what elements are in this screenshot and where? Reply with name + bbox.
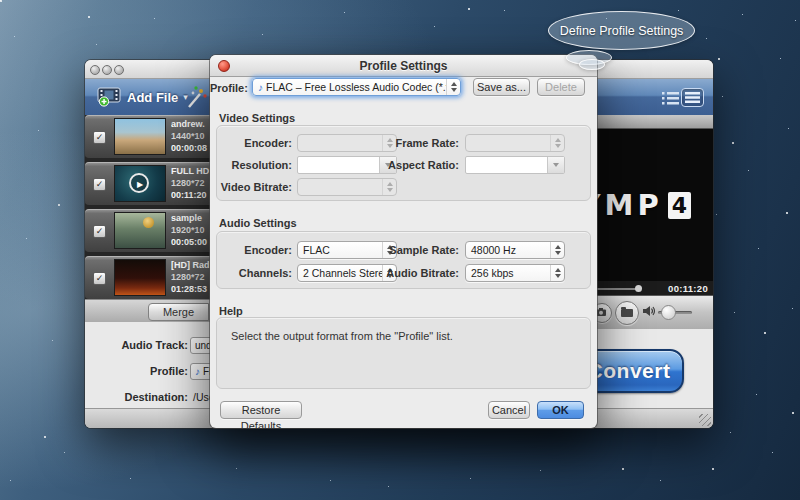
- window-minimize-button[interactable]: [102, 65, 112, 75]
- video-bitrate-popup[interactable]: [297, 178, 397, 196]
- video-thumbnail: [114, 212, 166, 249]
- anymp4-logo-badge: 4: [668, 192, 691, 219]
- channels-label: Channels:: [217, 267, 292, 279]
- restore-defaults-button[interactable]: Restore Defaults: [220, 401, 302, 419]
- video-thumbnail: ▶: [114, 165, 166, 202]
- audio-bitrate-popup[interactable]: 256 kbps: [465, 264, 565, 282]
- profile-settings-dialog: Profile Settings Profile: ♪ FLAC – Free …: [210, 55, 597, 428]
- stars-decoration: [0, 0, 2, 2]
- detail-view-icon[interactable]: [662, 92, 679, 105]
- frame-rate-popup[interactable]: [465, 134, 565, 152]
- folder-icon: [621, 309, 633, 317]
- open-folder-button[interactable]: [615, 301, 639, 325]
- video-thumbnail: [114, 259, 166, 296]
- resolution-label: Resolution:: [217, 159, 292, 171]
- speaker-icon[interactable]: [642, 304, 656, 318]
- audio-settings-title: Audio Settings: [219, 217, 297, 229]
- profile-label: Profile:: [93, 365, 188, 377]
- aspect-ratio-combo[interactable]: [465, 156, 565, 174]
- add-file-button[interactable]: Add File ▾: [97, 84, 188, 110]
- cancel-button[interactable]: Cancel: [488, 401, 530, 419]
- ok-button[interactable]: OK: [537, 401, 584, 419]
- help-group: Select the output format from the "Profi…: [216, 317, 591, 389]
- stepper-control[interactable]: [550, 265, 564, 281]
- checkbox-checked[interactable]: ✓: [93, 131, 106, 144]
- sample-rate-label: Sample Rate:: [359, 244, 459, 256]
- film-add-icon: [97, 87, 122, 107]
- window-zoom-button[interactable]: [114, 65, 124, 75]
- list-view-icon-active[interactable]: [681, 88, 704, 107]
- audio-bitrate-label: Audio Bitrate:: [359, 267, 459, 279]
- profile-label: Profile:: [210, 82, 247, 94]
- music-note-icon: ♪: [258, 82, 263, 93]
- encoder-label: Encoder:: [217, 137, 292, 149]
- checkbox-checked[interactable]: ✓: [93, 178, 106, 191]
- stepper-control[interactable]: [550, 135, 564, 151]
- video-thumbnail: [114, 118, 166, 155]
- merge-button[interactable]: Merge: [148, 303, 209, 321]
- resize-grip[interactable]: [699, 414, 711, 426]
- delete-button[interactable]: Delete: [537, 78, 585, 96]
- play-icon[interactable]: ▶: [129, 173, 149, 193]
- tooltip-bubble-tail: [579, 59, 605, 70]
- checkbox-checked[interactable]: ✓: [93, 272, 106, 285]
- help-text: Select the output format from the "Profi…: [231, 330, 576, 342]
- frame-rate-label: Frame Rate:: [359, 137, 459, 149]
- aspect-ratio-label: Aspect Ratio:: [359, 159, 459, 171]
- profile-popup-value: FLAC – Free Lossless Audio Codec (*.flac…: [266, 81, 446, 93]
- dialog-title: Profile Settings: [210, 59, 597, 73]
- video-settings-group: Encoder: Frame Rate: Resolution: Aspect …: [216, 125, 591, 201]
- audio-settings-group: Encoder: FLAC Sample Rate: 48000 Hz Chan…: [216, 231, 591, 289]
- video-settings-title: Video Settings: [219, 112, 295, 124]
- dropdown-arrow-icon[interactable]: [547, 157, 564, 173]
- stepper-control[interactable]: [550, 242, 564, 258]
- audio-encoder-label: Encoder:: [217, 244, 292, 256]
- sample-rate-popup[interactable]: 48000 Hz: [465, 241, 565, 259]
- tooltip-bubble: Define Profile Settings: [548, 11, 695, 50]
- stepper-control[interactable]: [382, 179, 396, 195]
- audio-track-label: Audio Track:: [93, 339, 188, 351]
- progress-handle[interactable]: [635, 285, 642, 292]
- magic-wand-icon[interactable]: [185, 85, 207, 109]
- dialog-titlebar[interactable]: Profile Settings: [210, 55, 597, 77]
- help-title: Help: [219, 305, 243, 317]
- tooltip-text: Define Profile Settings: [560, 24, 684, 38]
- profile-popup[interactable]: ♪ FLAC – Free Lossless Audio Codec (*.fl…: [252, 78, 461, 96]
- playback-time: 00:11:20: [668, 283, 708, 294]
- video-bitrate-label: Video Bitrate:: [217, 181, 292, 193]
- list-bars-icon: [685, 92, 700, 103]
- add-file-label: Add File: [127, 90, 178, 105]
- window-close-button[interactable]: [90, 65, 100, 75]
- stepper-control[interactable]: [446, 79, 460, 95]
- music-note-icon: ♪: [195, 366, 200, 377]
- save-as-button[interactable]: Save as...: [473, 78, 530, 96]
- checkbox-checked[interactable]: ✓: [93, 225, 106, 238]
- destination-label: Destination:: [93, 391, 188, 403]
- volume-slider-handle[interactable]: [661, 305, 676, 320]
